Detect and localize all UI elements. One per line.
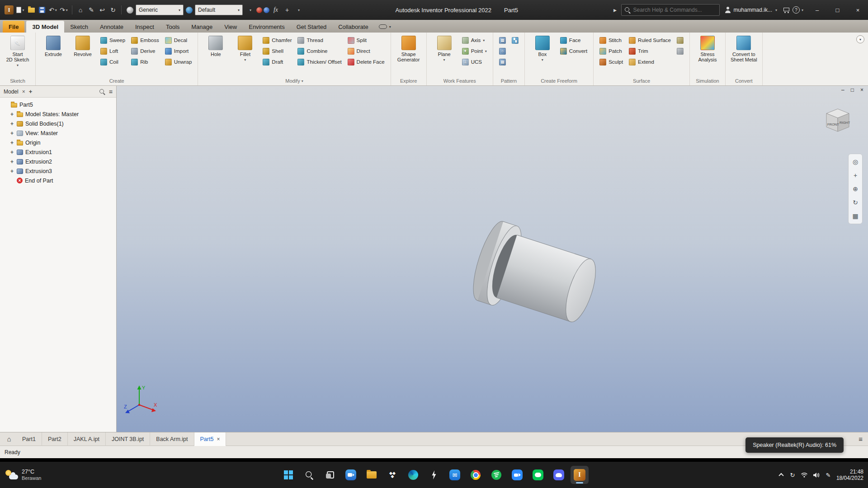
- viewport[interactable]: – □ × FRONT RIGHT ◎+⊕↻▦: [117, 86, 868, 432]
- ribbon-button-split[interactable]: Split: [345, 35, 387, 45]
- appearance-dropdown[interactable]: Default ▾: [195, 5, 243, 15]
- ribbon-button-point[interactable]: ✦Point▾: [460, 46, 489, 56]
- tab-file[interactable]: File: [3, 21, 24, 33]
- ribbon-button-combine[interactable]: Combine: [295, 46, 344, 56]
- zoom-button[interactable]: ⊕: [850, 183, 861, 194]
- ribbon-button-shape-generator[interactable]: ShapeGenerator: [395, 34, 423, 62]
- ribbon-button-import[interactable]: Import: [163, 46, 194, 56]
- expander-icon[interactable]: +: [9, 149, 14, 155]
- collapse-chevron-icon[interactable]: ▸: [610, 4, 620, 16]
- ribbon-button-sketch-driven-pattern[interactable]: ▩: [497, 57, 508, 67]
- taskbar-windows-start[interactable]: [279, 466, 297, 484]
- file-tab-part5[interactable]: Part5×: [194, 432, 226, 446]
- 3d-part[interactable]: [447, 207, 618, 343]
- ribbon-button-replace-face[interactable]: [675, 35, 686, 45]
- tray-sync-button[interactable]: ↻: [789, 472, 796, 479]
- ribbon-group-label[interactable]: Modify▾: [198, 76, 390, 85]
- ribbon-button-mirror[interactable]: ▚: [509, 35, 521, 45]
- ribbon-button-shell[interactable]: Shell: [260, 46, 294, 56]
- taskbar-search[interactable]: [300, 466, 318, 484]
- ribbon-button-axis[interactable]: Axis▾: [460, 35, 489, 45]
- taskbar-discord[interactable]: [550, 466, 568, 484]
- tab-get-started[interactable]: Get Started: [291, 21, 332, 33]
- taskbar-task-view[interactable]: [321, 466, 339, 484]
- ribbon-button-sweep[interactable]: Sweep: [98, 35, 127, 45]
- viewcube[interactable]: FRONT RIGHT: [823, 107, 853, 136]
- user-menu[interactable]: muhammad.ik... ▾: [724, 6, 777, 14]
- update-button[interactable]: ↻: [108, 4, 118, 16]
- redo-button[interactable]: ↷▾: [59, 4, 69, 16]
- ribbon-button-plane[interactable]: Plane▾: [430, 34, 458, 61]
- clock[interactable]: 21:48 18/04/2022: [836, 469, 863, 481]
- ribbon-button-start-2d-sketch[interactable]: ✎Start2D Sketch▾: [4, 34, 32, 67]
- ribbon-button-coil[interactable]: Coil: [98, 57, 127, 67]
- tab-environments[interactable]: Environments: [243, 21, 290, 33]
- home-button[interactable]: ⌂: [75, 4, 85, 16]
- sketch-button[interactable]: ✎: [86, 4, 96, 16]
- ribbon-button-fillet[interactable]: Fillet▾: [231, 34, 259, 61]
- appearance-adjust-dropdown[interactable]: ▾: [245, 4, 255, 16]
- ribbon-button-unwrap[interactable]: Unwrap: [163, 57, 194, 67]
- taskbar-edge[interactable]: [404, 466, 422, 484]
- browser-search-icon[interactable]: [99, 89, 105, 95]
- return-button[interactable]: ↩: [97, 4, 107, 16]
- expander-icon[interactable]: +: [9, 121, 14, 127]
- expander-icon[interactable]: +: [9, 168, 14, 174]
- file-tab-jakl-a-ipt[interactable]: JAKL A.ipt: [68, 432, 106, 446]
- tray-chevron-up-button[interactable]: [778, 473, 784, 477]
- expander-icon[interactable]: +: [9, 130, 14, 136]
- look-at-button[interactable]: ▦: [850, 211, 861, 221]
- ribbon-button-thicken-offset[interactable]: Thicken/ Offset: [295, 57, 344, 67]
- taskbar-inventor[interactable]: I: [571, 466, 589, 484]
- taskbar-spotify[interactable]: [487, 466, 505, 484]
- filter-dropdown[interactable]: ▾: [293, 4, 303, 16]
- expander-icon[interactable]: +: [9, 140, 14, 146]
- ribbon-button-delete-face[interactable]: Delete Face: [345, 57, 387, 67]
- ribbon-button-ucs[interactable]: ⊥UCS: [460, 57, 489, 67]
- ui-mode-toggle[interactable]: ▾: [379, 21, 391, 33]
- tree-item-solid-bodies-1[interactable]: +Solid Bodies(1): [0, 119, 116, 128]
- save-button[interactable]: [37, 4, 47, 16]
- ribbon-button-stress-analysis[interactable]: StressAnalysis: [693, 34, 722, 62]
- ribbon-button-circular-pattern[interactable]: ○: [497, 46, 508, 56]
- taskbar-dropbox[interactable]: ◆◆◆: [383, 466, 401, 484]
- close-button[interactable]: ×: [848, 0, 868, 20]
- tab-view[interactable]: View: [218, 21, 243, 33]
- browser-tab-model[interactable]: Model: [4, 89, 19, 95]
- expander-icon[interactable]: +: [9, 159, 14, 165]
- browser-close-icon[interactable]: ×: [22, 89, 25, 95]
- tree-item-view-master[interactable]: +View: Master: [0, 128, 116, 138]
- home-tab-button[interactable]: ⌂: [2, 432, 16, 446]
- ribbon-button-ruled-surface[interactable]: Ruled Surface: [627, 35, 673, 45]
- measure-add-button[interactable]: +: [282, 4, 292, 16]
- browser-menu-icon[interactable]: ≡: [109, 88, 113, 95]
- ribbon-button-chamfer[interactable]: Chamfer: [260, 35, 294, 45]
- taskbar-lightning[interactable]: [425, 466, 443, 484]
- doc-maximize-button[interactable]: □: [851, 87, 854, 93]
- ribbon-button-rib[interactable]: Rib: [129, 57, 161, 67]
- navigation-wheel-button[interactable]: ◎: [850, 156, 861, 167]
- help-menu[interactable]: ? ▾: [793, 6, 803, 14]
- tab-3d-model[interactable]: 3D Model: [26, 21, 64, 33]
- parameters-fx-button[interactable]: fx: [271, 4, 281, 16]
- search-input[interactable]: [633, 7, 717, 13]
- tree-item-extrusion3[interactable]: +Extrusion3: [0, 166, 116, 176]
- tab-collaborate[interactable]: Collaborate: [332, 21, 374, 33]
- doc-close-button[interactable]: ×: [860, 87, 863, 93]
- taskbar-chrome[interactable]: [467, 466, 485, 484]
- ribbon-button-draft[interactable]: Draft: [260, 57, 294, 67]
- pan-button[interactable]: +: [850, 170, 861, 181]
- taskbar-zoom[interactable]: [508, 466, 526, 484]
- tab-tools[interactable]: Tools: [160, 21, 185, 33]
- taskbar-line[interactable]: [529, 466, 547, 484]
- file-tab-back-arm-ipt[interactable]: Back Arm.ipt: [150, 432, 194, 446]
- tree-item-end-of-part[interactable]: ×End of Part: [0, 176, 116, 185]
- tree-item-part5[interactable]: Part5: [0, 100, 116, 109]
- minimize-button[interactable]: –: [807, 0, 827, 20]
- new-file-button[interactable]: ▾: [15, 4, 25, 16]
- ribbon-button-extend[interactable]: Extend: [627, 57, 673, 67]
- tab-sketch[interactable]: Sketch: [64, 21, 94, 33]
- inventor-app-button[interactable]: I: [4, 4, 14, 16]
- expander-icon[interactable]: +: [9, 111, 14, 117]
- open-button[interactable]: [26, 4, 36, 16]
